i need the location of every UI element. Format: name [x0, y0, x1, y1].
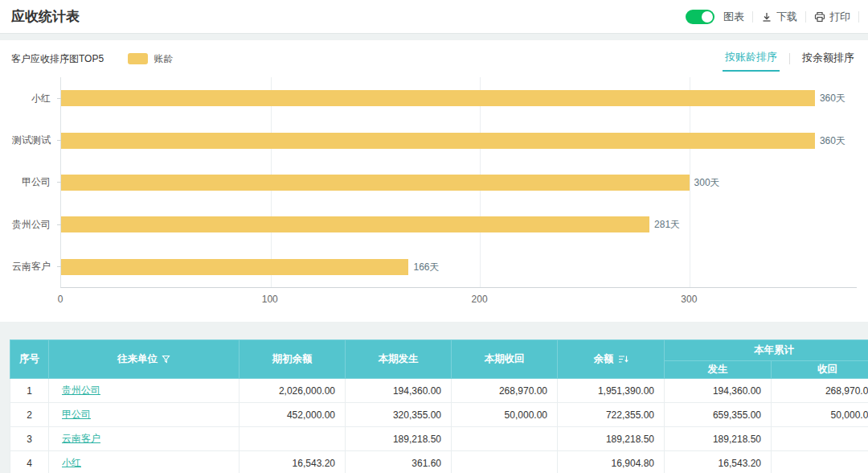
row-index-cell: 2	[10, 403, 49, 427]
tab-sort-by-aging[interactable]: 按账龄排序	[723, 47, 780, 72]
y-axis-tick	[57, 140, 61, 141]
bar[interactable]	[61, 259, 408, 275]
page-title: 应收统计表	[11, 7, 80, 26]
col-header-year-incurred: 发生	[665, 361, 772, 379]
y-axis-tick	[57, 182, 61, 183]
chart-card: 客户应收排序图TOP5 账龄 按账龄排序 按余额排序 小红360天测试测试360…	[0, 40, 868, 322]
amount-cell: 320,355.00	[346, 403, 452, 427]
bar[interactable]	[61, 133, 815, 149]
customer-link[interactable]: 小红	[62, 457, 81, 468]
y-axis-tick	[57, 224, 61, 225]
customer-cell: 云南客户	[49, 427, 240, 451]
table-row: 1贵州公司2,026,000.00194,360.00268,970.001,9…	[10, 379, 868, 403]
customer-cell: 甲公司	[49, 403, 240, 427]
bar-value-label: 360天	[815, 134, 845, 147]
amount-cell: 659,355.00	[665, 403, 772, 427]
col-header-balance[interactable]: 余额	[558, 340, 665, 379]
toggle-on-icon[interactable]	[686, 10, 714, 24]
amount-cell: 189,218.50	[665, 427, 772, 451]
sort-tabs: 按账龄排序 按余额排序	[723, 47, 857, 72]
table-row: 4小红16,543.20361.6016,904.8016,543.20	[10, 451, 868, 473]
amount-cell: 1,951,390.00	[558, 379, 665, 403]
customer-link[interactable]: 甲公司	[62, 409, 91, 420]
bar-value-label: 166天	[408, 260, 439, 274]
chart-bar-row: 小红360天	[61, 77, 857, 119]
bar-value-label: 300天	[690, 175, 720, 189]
bar[interactable]	[61, 175, 690, 191]
chart-bar-row: 测试测试360天	[61, 119, 857, 161]
amount-cell: 268,970.00	[772, 379, 868, 403]
chart-bar-row: 甲公司300天	[61, 162, 857, 204]
customer-link[interactable]: 云南客户	[62, 433, 100, 444]
toolbar-divider	[805, 11, 806, 23]
row-index-cell: 3	[10, 427, 49, 451]
download-icon	[761, 11, 772, 23]
table-body: 1贵州公司2,026,000.00194,360.00268,970.001,9…	[10, 379, 868, 473]
amount-cell	[452, 451, 558, 473]
x-axis: 0100200300	[60, 294, 857, 308]
y-axis-label: 甲公司	[1, 175, 51, 189]
print-button[interactable]: 打印	[814, 10, 850, 24]
amount-cell	[772, 451, 868, 473]
legend-item-aging[interactable]: 账龄	[128, 52, 173, 66]
amount-cell	[240, 427, 346, 451]
printer-icon	[814, 11, 825, 23]
bar-value-label: 360天	[815, 92, 845, 105]
amount-cell: 722,355.00	[558, 403, 665, 427]
y-axis-label: 贵州公司	[1, 218, 51, 232]
chart-bar-row: 贵州公司281天	[61, 204, 857, 245]
col-header-opening-balance: 期初余额	[240, 340, 346, 379]
tab-divider	[789, 53, 790, 64]
col-header-current-incurred: 本期发生	[346, 340, 452, 379]
amount-cell: 16,543.20	[665, 451, 772, 473]
col-header-current-collected: 本期收回	[452, 340, 558, 379]
table-row: 2甲公司452,000.00320,355.0050,000.00722,355…	[10, 403, 868, 427]
toolbar-divider	[858, 11, 859, 23]
y-axis-tick	[57, 98, 61, 99]
amount-cell: 452,000.00	[240, 403, 346, 427]
chart-bar-row: 云南客户166天	[61, 246, 857, 288]
chart-card-header: 客户应收排序图TOP5 账龄 按账龄排序 按余额排序	[0, 40, 868, 69]
amount-cell: 361.60	[346, 451, 452, 473]
amount-cell	[772, 427, 868, 451]
row-index-cell: 4	[10, 451, 49, 473]
amount-cell: 50,000.00	[772, 403, 868, 427]
amount-cell: 2,026,000.00	[240, 379, 346, 403]
amount-cell: 189,218.50	[558, 427, 665, 451]
amount-cell: 16,904.80	[558, 451, 665, 473]
x-axis-tick-label: 100	[262, 294, 278, 305]
row-index-cell: 1	[10, 379, 49, 403]
sort-descending-icon[interactable]	[618, 355, 628, 364]
table-row: 3云南客户189,218.50189,218.50189,218.50	[10, 427, 868, 451]
filter-funnel-icon[interactable]	[162, 355, 170, 364]
legend-label: 账龄	[154, 52, 173, 66]
customer-cell: 贵州公司	[49, 379, 240, 403]
x-axis-tick-label: 300	[681, 294, 697, 305]
col-header-customer[interactable]: 往来单位	[49, 340, 240, 379]
chart-title: 客户应收排序图TOP5	[11, 52, 104, 66]
bar-chart: 小红360天测试测试360天甲公司300天贵州公司281天云南客户166天 01…	[0, 77, 868, 308]
y-axis-tick	[57, 266, 61, 267]
toolbar: 图表 下载 打印 刷新	[686, 0, 868, 34]
x-axis-tick-label: 200	[472, 294, 488, 305]
customer-cell: 小红	[49, 451, 240, 473]
print-label: 打印	[829, 10, 850, 24]
bar[interactable]	[61, 90, 815, 106]
legend-swatch	[128, 53, 148, 64]
y-axis-label: 小红	[1, 92, 51, 105]
amount-cell	[452, 427, 558, 451]
amount-cell: 50,000.00	[452, 403, 558, 427]
chart-toggle-label: 图表	[723, 10, 744, 24]
bar[interactable]	[61, 216, 649, 232]
customer-link[interactable]: 贵州公司	[62, 385, 100, 396]
receivables-table: 序号 往来单位 期初余额 本期发生 本期收回 余额	[10, 339, 868, 473]
toolbar-divider	[752, 11, 753, 23]
amount-cell: 268,970.00	[452, 379, 558, 403]
download-label: 下载	[776, 10, 797, 24]
tab-sort-by-balance[interactable]: 按余额排序	[800, 47, 857, 71]
download-button[interactable]: 下载	[761, 10, 797, 24]
amount-cell: 16,543.20	[240, 451, 346, 473]
amount-cell: 194,360.00	[665, 379, 772, 403]
y-axis-label: 云南客户	[1, 260, 51, 274]
chart-toggle[interactable]: 图表	[686, 10, 744, 24]
